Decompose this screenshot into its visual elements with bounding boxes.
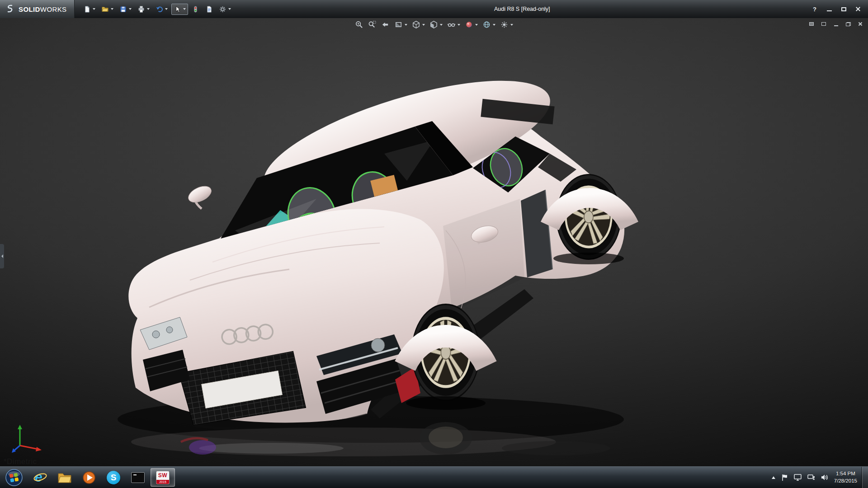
doc-restore-button[interactable] <box>845 21 851 27</box>
zoom-to-area-button[interactable] <box>367 19 378 30</box>
taskbar-clock[interactable]: 1:54 PM 7/28/2015 <box>834 470 858 484</box>
select-cursor-icon <box>174 5 181 13</box>
console-icon <box>131 472 145 483</box>
network-tray-icon[interactable] <box>807 474 815 481</box>
print-button[interactable] <box>135 4 152 15</box>
taskbar-item-file-explorer[interactable] <box>52 467 77 488</box>
rebuild-button[interactable] <box>189 4 202 15</box>
full-screen-icon <box>821 22 826 26</box>
section-view-button[interactable] <box>393 19 409 30</box>
doc-minimize-icon <box>834 25 838 26</box>
taskbar-item-skype[interactable]: S <box>101 467 126 488</box>
orientation-triad[interactable] <box>12 424 45 454</box>
skype-icon: S <box>107 471 120 484</box>
new-document-icon <box>83 5 91 13</box>
hide-show-dropdown-arrow[interactable] <box>458 24 460 26</box>
taskbar: e <box>0 466 868 488</box>
display-style-icon <box>429 20 438 29</box>
zoom-to-fit-icon <box>355 20 363 29</box>
window-controls: ? <box>811 5 868 13</box>
action-center-flag-icon[interactable] <box>781 474 788 481</box>
clock-time: 1:54 PM <box>834 470 857 478</box>
apply-scene-dropdown-arrow[interactable] <box>493 24 495 26</box>
maximize-button[interactable] <box>840 5 847 13</box>
doc-minimize-button[interactable] <box>833 21 839 27</box>
graphics-viewport[interactable]: *Dimetric <box>0 18 868 466</box>
edit-appearance-button[interactable] <box>463 19 479 30</box>
new-dropdown-arrow[interactable] <box>93 8 95 10</box>
taskbar-item-solidworks-2015[interactable]: SW 2015 <box>151 468 175 487</box>
previous-view-button[interactable] <box>380 19 391 30</box>
save-dropdown-arrow[interactable] <box>129 8 132 10</box>
full-screen-button[interactable] <box>821 21 827 27</box>
file-properties-button[interactable] <box>203 4 215 15</box>
save-button[interactable] <box>117 4 134 15</box>
doc-close-button[interactable] <box>857 21 863 27</box>
minimize-button[interactable] <box>826 5 833 13</box>
help-button[interactable]: ? <box>811 5 818 13</box>
section-view-dropdown-arrow[interactable] <box>405 24 407 26</box>
heads-up-toolbar <box>354 19 514 30</box>
sw-letters: SW <box>158 471 167 480</box>
save-icon <box>119 5 127 13</box>
view-settings-button[interactable] <box>499 19 514 30</box>
display-tray-icon[interactable] <box>794 474 802 481</box>
view-orientation-button[interactable] <box>410 19 426 30</box>
hidden-icons-chevron-icon[interactable] <box>772 476 775 479</box>
view-settings-dropdown-arrow[interactable] <box>510 24 513 26</box>
section-view-icon <box>394 20 403 29</box>
file-properties-icon <box>205 5 213 13</box>
view-settings-icon <box>500 20 509 29</box>
options-gear-icon <box>219 5 226 13</box>
apply-scene-button[interactable] <box>481 19 497 30</box>
show-window-button[interactable] <box>808 21 815 27</box>
close-button[interactable] <box>854 5 862 13</box>
internet-explorer-icon: e <box>33 470 47 485</box>
brand-rest: WORKS <box>40 5 67 13</box>
car-model[interactable] <box>0 18 868 466</box>
side-mirror-left[interactable] <box>186 183 214 209</box>
options-button[interactable] <box>217 4 233 15</box>
zoom-to-fit-button[interactable] <box>354 19 365 30</box>
open-button[interactable] <box>99 4 116 15</box>
undo-icon <box>156 5 163 13</box>
brand-bold: SOLID <box>19 5 40 13</box>
media-player-icon <box>82 471 96 484</box>
document-window-controls <box>808 21 863 27</box>
dassault-logo-icon <box>5 4 15 14</box>
doc-restore-icon <box>846 22 851 26</box>
view-orientation-dropdown-arrow[interactable] <box>422 24 425 26</box>
display-style-button[interactable] <box>428 19 444 30</box>
undo-button[interactable] <box>153 4 170 15</box>
taskbar-item-media-player[interactable] <box>77 467 101 488</box>
edit-appearance-icon <box>465 20 473 29</box>
clock-date: 7/28/2015 <box>834 478 857 485</box>
view-orientation-cube-icon <box>412 20 420 29</box>
windows-start-icon <box>5 469 23 487</box>
apply-scene-globe-icon <box>482 20 491 29</box>
ie-ring-icon <box>33 470 47 485</box>
show-desktop-button[interactable] <box>862 467 868 488</box>
options-dropdown-arrow[interactable] <box>228 8 231 10</box>
print-dropdown-arrow[interactable] <box>147 8 150 10</box>
display-style-dropdown-arrow[interactable] <box>440 24 443 26</box>
taskbar-item-internet-explorer[interactable]: e <box>28 467 52 488</box>
select-dropdown-arrow[interactable] <box>183 8 186 10</box>
folder-icon <box>57 472 72 483</box>
help-icon: ? <box>813 6 816 13</box>
panel-collapse-handle[interactable] <box>0 244 4 268</box>
maximize-icon <box>841 7 846 11</box>
main-toolbar <box>75 4 233 15</box>
select-tool-button[interactable] <box>171 4 188 15</box>
minimize-icon <box>827 10 832 11</box>
start-button[interactable] <box>0 467 28 488</box>
hide-show-items-button[interactable] <box>446 19 462 30</box>
open-dropdown-arrow[interactable] <box>111 8 113 10</box>
close-icon <box>855 6 861 12</box>
edit-appearance-dropdown-arrow[interactable] <box>475 24 478 26</box>
new-document-button[interactable] <box>81 4 98 15</box>
undo-dropdown-arrow[interactable] <box>165 8 168 10</box>
taskbar-item-console[interactable] <box>126 467 150 488</box>
volume-tray-icon[interactable] <box>821 474 828 481</box>
title-bar: SOLIDWORKS <box>0 0 868 18</box>
